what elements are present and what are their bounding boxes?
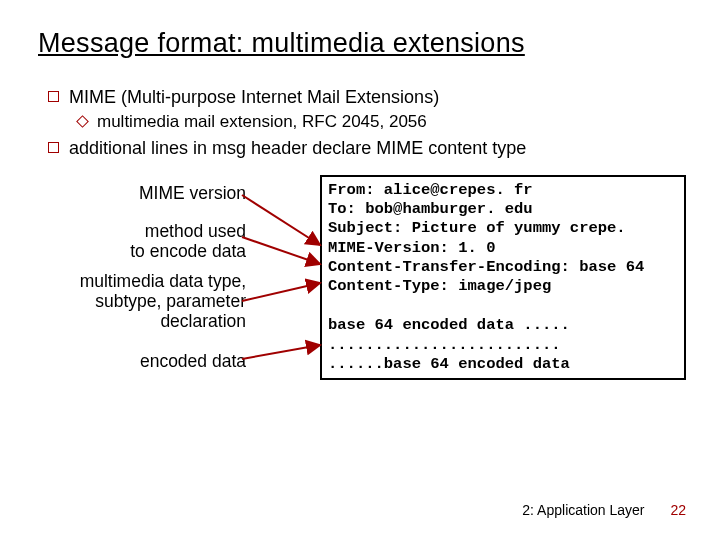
msg-blank: [328, 297, 678, 316]
bullet-1-sub: multimedia mail extension, RFC 2045, 205…: [48, 111, 720, 134]
bullet-1-sub-text: multimedia mail extension, RFC 2045, 205…: [97, 111, 427, 134]
bullet-2-text: additional lines in msg header declare M…: [69, 136, 526, 160]
msg-body-3: ......base 64 encoded data: [328, 355, 678, 374]
square-bullet-icon: [48, 142, 59, 153]
msg-content-type: Content-Type: image/jpeg: [328, 277, 678, 296]
svg-line-0: [242, 195, 320, 245]
bullet-1-text: MIME (Multi-purpose Internet Mail Extens…: [69, 85, 439, 109]
label-content-type: multimedia data type, subtype, parameter…: [16, 271, 246, 331]
svg-line-1: [242, 237, 320, 264]
message-box: From: alice@crepes. fr To: bob@hamburger…: [320, 175, 686, 381]
diamond-bullet-icon: [76, 115, 89, 128]
svg-line-2: [242, 283, 320, 301]
bullet-2: additional lines in msg header declare M…: [48, 136, 720, 160]
svg-line-3: [242, 345, 320, 359]
msg-to: To: bob@hamburger. edu: [328, 200, 678, 219]
msg-body-1: base 64 encoded data .....: [328, 316, 678, 335]
bullet-list: MIME (Multi-purpose Internet Mail Extens…: [0, 59, 720, 161]
msg-from: From: alice@crepes. fr: [328, 181, 678, 200]
msg-body-2: .........................: [328, 336, 678, 355]
label-encoded-data: encoded data: [16, 351, 246, 371]
slide-title: Message format: multimedia extensions: [0, 0, 720, 59]
msg-subject: Subject: Picture of yummy crepe.: [328, 219, 678, 238]
footer-section: 2: Application Layer: [522, 502, 644, 518]
diagram-area: MIME version method used to encode data …: [0, 175, 720, 435]
label-mime-version: MIME version: [16, 183, 246, 203]
msg-cte: Content-Transfer-Encoding: base 64: [328, 258, 678, 277]
msg-mime-version: MIME-Version: 1. 0: [328, 239, 678, 258]
slide-footer: 2: Application Layer 22: [522, 502, 686, 518]
footer-pagenum: 22: [670, 502, 686, 518]
label-encode-method: method used to encode data: [16, 221, 246, 261]
bullet-1: MIME (Multi-purpose Internet Mail Extens…: [48, 85, 720, 109]
square-bullet-icon: [48, 91, 59, 102]
